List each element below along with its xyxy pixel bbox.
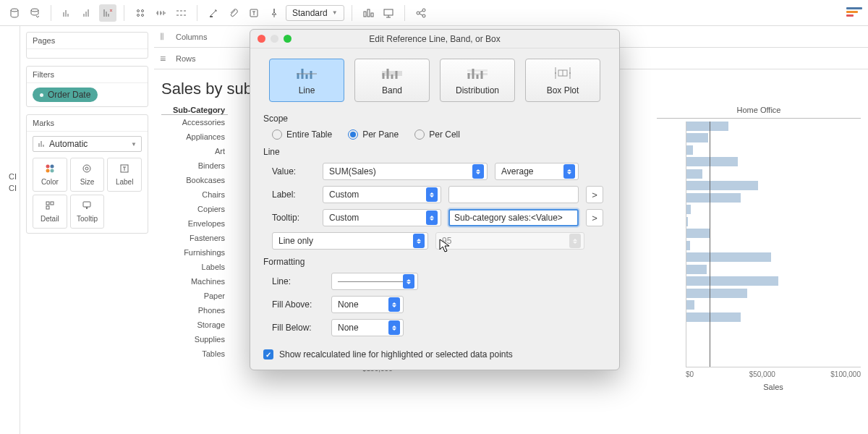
share-icon[interactable] <box>412 4 430 22</box>
checkbox-checked-icon[interactable] <box>263 349 273 359</box>
tooltip-insert-button[interactable]: > <box>586 209 603 226</box>
svg-point-30 <box>569 72 571 74</box>
bar-fasteners[interactable] <box>686 217 688 226</box>
bar-storage[interactable] <box>686 289 747 298</box>
filters-title: Filters <box>27 67 148 83</box>
svg-point-0 <box>11 9 18 12</box>
attach-icon[interactable] <box>225 4 242 22</box>
swap-axes-icon[interactable] <box>59 4 76 22</box>
list-item[interactable]: Supplies <box>161 332 228 346</box>
marks-color[interactable]: Color <box>33 158 67 192</box>
bar-labels[interactable] <box>686 241 690 250</box>
list-item[interactable]: Fasteners <box>161 231 228 245</box>
bar-supplies[interactable] <box>686 300 694 310</box>
bar-envelopes[interactable] <box>686 205 691 214</box>
marks-tooltip[interactable]: Tooltip <box>70 195 105 229</box>
tab-line[interactable]: Line <box>269 59 344 102</box>
bar-appliances[interactable] <box>686 133 708 142</box>
list-item[interactable]: Chairs <box>161 187 228 202</box>
dialog-titlebar[interactable]: Edit Reference Line, Band, or Box <box>250 30 619 48</box>
close-window-button[interactable] <box>258 35 265 43</box>
data-pane-edge: CI CI <box>0 26 20 434</box>
list-item[interactable]: Storage <box>161 318 228 332</box>
list-item[interactable]: Machines <box>161 274 228 289</box>
color-legend-icon[interactable] <box>846 7 862 19</box>
list-item[interactable]: Bookcases <box>161 173 228 187</box>
field-ci-1[interactable]: CI <box>0 171 20 182</box>
line-style-select[interactable] <box>331 273 418 290</box>
pin-icon[interactable] <box>265 4 283 22</box>
svg-rect-8 <box>367 9 370 17</box>
highlight-icon[interactable] <box>205 4 222 22</box>
minimize-window-button[interactable] <box>271 35 278 43</box>
bar-bookcases[interactable] <box>686 169 702 179</box>
list-item[interactable]: Paper <box>161 289 228 303</box>
label-insert-button[interactable]: > <box>586 186 603 203</box>
fit-dropdown[interactable]: Standard ▼ <box>286 5 344 21</box>
bar-accessories[interactable] <box>686 122 728 131</box>
marks-detail[interactable]: Detail <box>33 195 67 229</box>
group-icon[interactable] <box>132 4 149 22</box>
presentation-icon[interactable] <box>380 4 397 22</box>
bar-copiers[interactable] <box>686 193 741 203</box>
list-item[interactable]: Binders <box>161 158 228 173</box>
list-item[interactable]: Labels <box>161 260 228 274</box>
tooltip-mode-select[interactable]: Custom <box>323 209 441 226</box>
sort-asc-icon[interactable] <box>79 4 96 22</box>
marks-type-dropdown[interactable]: Automatic ▼ <box>33 136 142 152</box>
marks-size[interactable]: Size <box>70 158 105 192</box>
bar-paper[interactable] <box>686 265 707 274</box>
bar-art[interactable] <box>686 145 693 155</box>
fill-below-select[interactable]: None <box>331 319 404 336</box>
zoom-window-button[interactable] <box>284 35 292 43</box>
bar-tables[interactable] <box>686 312 741 322</box>
value-agg-select[interactable]: Average <box>495 163 579 180</box>
confidence-select[interactable]: 95 <box>435 232 584 250</box>
reference-line[interactable] <box>710 122 710 367</box>
list-item[interactable]: Phones <box>161 303 228 318</box>
marks-label[interactable]: Label <box>107 158 142 192</box>
totals-icon[interactable] <box>172 4 190 22</box>
bar-phones[interactable] <box>686 276 778 286</box>
recalc-checkbox-row[interactable]: Show recalculated line for highlighted o… <box>263 349 606 359</box>
bar-machines[interactable] <box>686 252 771 262</box>
value-field-select[interactable]: SUM(Sales) <box>323 163 488 180</box>
fill-above-select[interactable]: None <box>331 296 404 313</box>
list-item[interactable]: Art <box>161 144 228 158</box>
list-item[interactable]: Copiers <box>161 202 228 216</box>
show-me-icon[interactable] <box>359 4 377 22</box>
bars-area[interactable] <box>686 122 861 367</box>
svg-point-15 <box>50 165 54 169</box>
tooltip-text-input[interactable]: Sub-category sales:<Value> <box>448 209 579 226</box>
svg-rect-24 <box>83 202 90 207</box>
tab-band[interactable]: Band <box>354 59 430 102</box>
bar-chairs[interactable] <box>686 181 758 190</box>
list-item[interactable]: Accessories <box>161 115 228 129</box>
field-ci-2[interactable]: CI <box>0 182 20 194</box>
line-only-select[interactable]: Line only <box>272 232 428 250</box>
scope-entire-table[interactable]: Entire Table <box>272 129 332 140</box>
tab-boxplot[interactable]: Box Plot <box>525 59 600 102</box>
bar-binders[interactable] <box>686 157 738 166</box>
data-source-icon[interactable] <box>6 4 23 22</box>
svg-point-3 <box>142 9 144 12</box>
chevron-updown-icon <box>388 297 400 312</box>
label-text-input[interactable] <box>448 186 579 203</box>
scope-per-pane[interactable]: Per Pane <box>348 129 399 140</box>
list-item[interactable]: Envelopes <box>161 216 228 231</box>
label-mode-select[interactable]: Custom <box>323 186 441 203</box>
window-controls <box>258 35 292 43</box>
scope-per-cell[interactable]: Per Cell <box>414 129 460 140</box>
edit-reference-line-dialog: Edit Reference Line, Band, or Box Line B… <box>250 29 620 370</box>
sort-desc-icon[interactable] <box>99 4 116 22</box>
text-icon[interactable] <box>245 4 263 22</box>
list-item[interactable]: Appliances <box>161 129 228 144</box>
bar-furnishings[interactable] <box>686 229 710 238</box>
list-item[interactable]: Furnishings <box>161 245 228 260</box>
list-item[interactable]: Tables <box>161 346 228 361</box>
data-source-refresh-icon[interactable] <box>26 4 43 22</box>
tab-distribution[interactable]: Distribution <box>440 59 515 102</box>
filter-pill-order-date[interactable]: Order Date <box>33 88 98 102</box>
show-labels-icon[interactable] <box>152 4 169 22</box>
line-tab-icon <box>295 65 318 81</box>
